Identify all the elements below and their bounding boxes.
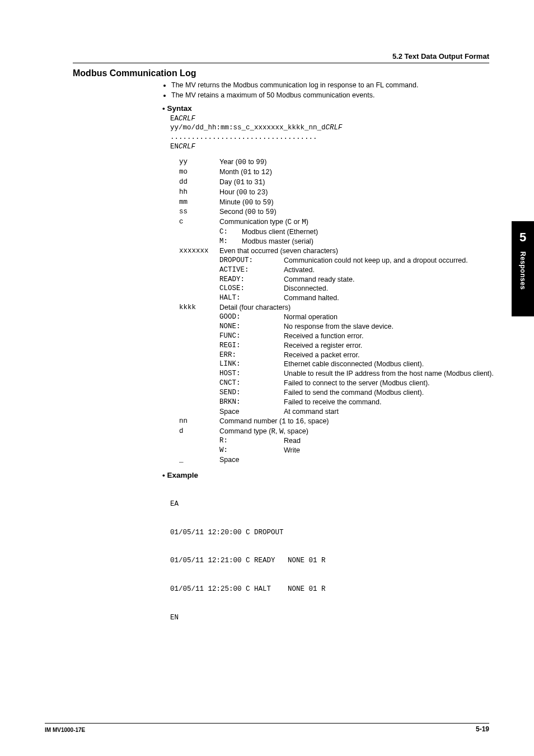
- chapter-number: 5: [512, 229, 534, 246]
- sub-val: Ethernet cable disconnected (Modbus clie…: [284, 360, 495, 369]
- sub-key: FUNC:: [219, 332, 284, 341]
- def-val: Day (01 to 31): [219, 178, 495, 188]
- sub-val: Modbus client (Ethernet): [242, 227, 495, 237]
- page: 5.2 Text Data Output Format 5 Responses …: [0, 0, 534, 756]
- sub-key: M:: [219, 237, 242, 246]
- syntax-heading: Syntax: [162, 104, 495, 114]
- example-line: 01/05/11 12:21:00 C READY NONE 01 R: [170, 556, 495, 566]
- def-row: mm Minute (00 to 59): [179, 198, 495, 208]
- example-line: EA: [170, 500, 495, 509]
- page-title: Modbus Communication Log: [73, 67, 495, 80]
- def-row: kkkk Detail (four characters) GOOD:Norma…: [179, 303, 495, 417]
- def-row: c Communication type (C or M) C:Modbus c…: [179, 217, 495, 246]
- sub-key: NONE:: [219, 322, 284, 332]
- def-key: nn: [179, 417, 219, 426]
- sub-key: Space: [219, 407, 284, 417]
- sub-key: REGI:: [219, 341, 284, 351]
- def-val: Communication type (C or M) C:Modbus cli…: [219, 217, 495, 246]
- sub-val: No response from the slave device.: [284, 322, 495, 332]
- sub-key: LINK:: [219, 360, 284, 369]
- sub-key: GOOD:: [219, 312, 284, 322]
- def-row: mo Month (01 to 12): [179, 167, 495, 178]
- sub-key: READY:: [219, 275, 284, 284]
- sub-key: SEND:: [219, 388, 284, 398]
- def-val: Command type (R, W, space) R:Read W:Writ…: [219, 427, 495, 456]
- sub-key: ACTIVE:: [219, 265, 284, 275]
- def-key: yy: [179, 157, 219, 167]
- def-key: mo: [179, 167, 219, 177]
- def-key: xxxxxxx: [179, 246, 219, 256]
- def-key: c: [179, 217, 219, 227]
- sub-val: Failed to receive the command.: [284, 398, 495, 407]
- def-row: xxxxxxx Even that occurred (seven charac…: [179, 246, 495, 303]
- example-line: 01/05/11 12:25:00 C HALT NONE 01 R: [170, 585, 495, 594]
- chapter-label: Responses: [518, 251, 527, 290]
- sub-val: Failed to send the command (Modbus clien…: [284, 388, 495, 398]
- sub-val: Read: [284, 436, 495, 446]
- syntax-crlf: CRLF: [326, 124, 343, 132]
- example-block: EA 01/05/11 12:20:00 C DROPOUT 01/05/11 …: [170, 480, 495, 641]
- definition-table: yy Year (00 to 99) mo Month (01 to 12) d…: [179, 157, 495, 465]
- def-row: hh Hour (00 to 23): [179, 188, 495, 198]
- syntax-text: EN: [170, 143, 179, 151]
- def-key: _: [179, 455, 219, 465]
- def-val: Hour (00 to 23): [219, 188, 495, 198]
- def-row: ss Second (00 to 59): [179, 207, 495, 217]
- def-key: mm: [179, 198, 219, 207]
- header-rule: [73, 63, 489, 63]
- syntax-block: EACRLF yy/mo/dd_hh:mm:ss_c_xxxxxxx_kkkk_…: [170, 114, 495, 152]
- syntax-text: yy/mo/dd_hh:mm:ss_c_xxxxxxx_kkkk_nn_d: [170, 124, 326, 132]
- def-val: Month (01 to 12): [219, 167, 495, 178]
- sub-key: W:: [219, 446, 284, 455]
- def-val: Year (00 to 99): [219, 157, 495, 167]
- sub-key: ERR:: [219, 351, 284, 360]
- def-key: d: [179, 427, 219, 436]
- sub-key: BRKN:: [219, 398, 284, 407]
- sub-key: CLOSE:: [219, 284, 284, 293]
- sub-val: Received a register error.: [284, 341, 495, 351]
- footer-left: IM MV1000-17E: [45, 726, 85, 734]
- sub-val: Activated.: [284, 265, 495, 275]
- intro-bullet: The MV retains a maximum of 50 Modbus co…: [171, 91, 495, 100]
- footer-rule: [45, 723, 489, 724]
- sub-val: Command ready state.: [284, 275, 495, 284]
- def-val: Detail (four characters) GOOD:Normal ope…: [219, 303, 495, 417]
- syntax-text: ...................................: [170, 133, 495, 142]
- def-row: nn Command number (1 to 16, space): [179, 417, 495, 427]
- example-heading: Example: [162, 470, 495, 480]
- sub-val: Received a packet error.: [284, 351, 495, 360]
- syntax-crlf: CRLF: [179, 143, 195, 151]
- def-key: ss: [179, 207, 219, 217]
- sub-key: DROPOUT:: [219, 256, 284, 265]
- intro-list: The MV returns the Modbus communication …: [162, 81, 495, 101]
- sub-key: HALT:: [219, 293, 284, 303]
- sub-val: Normal operation: [284, 312, 495, 322]
- syntax-text: EA: [170, 115, 179, 123]
- sub-val: Write: [284, 446, 495, 455]
- intro-bullet: The MV returns the Modbus communication …: [171, 81, 495, 90]
- sub-val: Command halted.: [284, 293, 495, 303]
- syntax-crlf: CRLF: [179, 115, 195, 123]
- chapter-tab: 5 Responses: [512, 221, 534, 316]
- def-key: dd: [179, 178, 219, 187]
- sub-key: C:: [219, 227, 242, 237]
- running-header: 5.2 Text Data Output Format: [392, 52, 489, 62]
- sub-key: CNCT:: [219, 379, 284, 388]
- def-val: Even that occurred (seven characters) DR…: [219, 246, 495, 303]
- def-val: Space: [219, 455, 495, 465]
- example-line: EN: [170, 613, 495, 623]
- sub-key: R:: [219, 436, 284, 446]
- sub-val: Disconnected.: [284, 284, 495, 293]
- sub-val: Received a function error.: [284, 332, 495, 341]
- content: The MV returns the Modbus communication …: [162, 81, 495, 642]
- sub-val: At command start: [284, 407, 495, 417]
- def-val: Command number (1 to 16, space): [219, 417, 495, 427]
- sub-val: Unable to result the IP address from the…: [284, 369, 495, 379]
- footer-right: 5-19: [476, 725, 489, 734]
- def-key: kkkk: [179, 303, 219, 312]
- sub-key: HOST:: [219, 369, 284, 379]
- def-row: dd Day (01 to 31): [179, 178, 495, 188]
- def-row: d Command type (R, W, space) R:Read W:Wr…: [179, 427, 495, 456]
- def-row: yy Year (00 to 99): [179, 157, 495, 167]
- sub-val: Failed to connect to the server (Modbus …: [284, 379, 495, 388]
